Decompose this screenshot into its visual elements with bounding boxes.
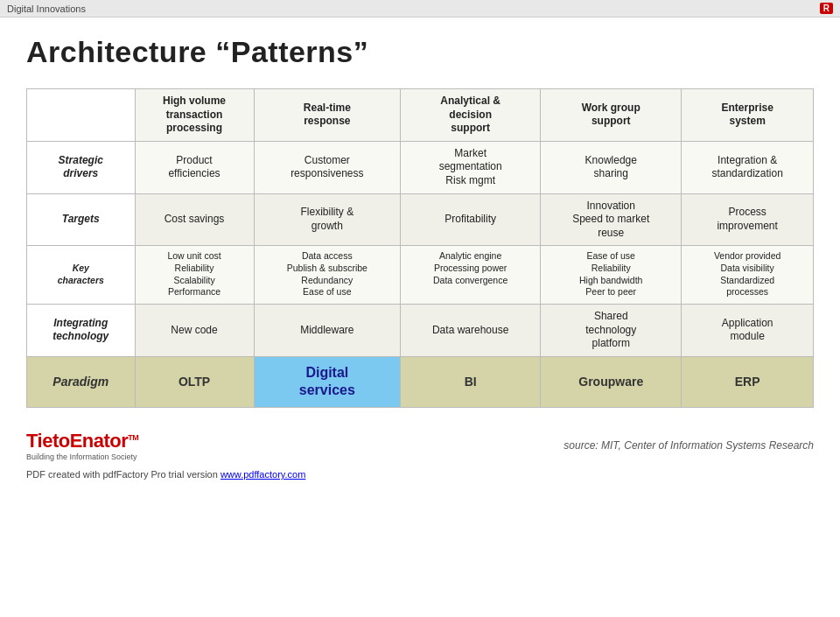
cell-targets-5: Processimprovement [682, 193, 814, 246]
page-title: Architecture “Patterns” [26, 35, 814, 69]
col-header-4: Work groupsupport [541, 89, 682, 142]
cell-paradigm-bi: BI [401, 356, 541, 408]
badge: R [820, 3, 833, 14]
cell-targets-2: Flexibility &growth [254, 193, 401, 246]
cell-key-4: Ease of useReliabilityHigh bandwidthPeer… [541, 246, 682, 305]
brand-label: Digital Innovations [7, 4, 86, 14]
logo-tm: TM [128, 433, 138, 442]
table-row: Strategicdrivers Productefficiencies Cus… [27, 141, 814, 193]
cell-integrating-5: Applicationmodule [682, 304, 814, 356]
cell-targets-4: InnovationSpeed to marketreuse [541, 193, 682, 246]
cell-key-3: Analytic engineProcessing powerData conv… [401, 246, 541, 305]
footer: TietoEnatorTM Building the Information S… [0, 417, 840, 466]
cell-paradigm-groupware: Groupware [541, 356, 682, 408]
logo-main: TietoEnatorTM [26, 430, 138, 452]
cell-strategic-2: Customerresponsiveness [254, 141, 401, 193]
row-label-integrating: Integratingtechnology [27, 304, 136, 356]
logo-sub: Building the Information Society [26, 452, 138, 461]
cell-integrating-3: Data warehouse [401, 304, 541, 356]
row-label-strategic: Strategicdrivers [27, 141, 136, 193]
cell-integrating-2: Middleware [254, 304, 401, 356]
table-row: Keycharacters Low unit costReliabilitySc… [27, 246, 814, 305]
cell-paradigm-erp: ERP [682, 356, 814, 408]
col-header-empty [27, 89, 136, 142]
cell-paradigm-digital: Digitalservices [254, 356, 401, 408]
architecture-table: High volumetransactionprocessing Real-ti… [26, 88, 814, 408]
table-row: Integratingtechnology New code Middlewar… [27, 304, 814, 356]
cell-targets-3: Profitability [401, 193, 541, 246]
table-row: Paradigm OLTP Digitalservices BI Groupwa… [27, 356, 814, 408]
pdf-footer-text: PDF created with pdfFactory Pro trial ve… [26, 469, 220, 480]
col-header-5: Enterprisesystem [682, 89, 814, 142]
col-header-1: High volumetransactionprocessing [135, 89, 254, 142]
cell-strategic-1: Productefficiencies [135, 141, 254, 193]
footer-logo: TietoEnatorTM Building the Information S… [26, 430, 138, 461]
col-header-3: Analytical &decisionsupport [401, 89, 541, 142]
cell-paradigm-oltp: OLTP [135, 356, 254, 408]
cell-key-5: Vendor providedData visibilityStandardiz… [682, 246, 814, 305]
table-row: Targets Cost savings Flexibility &growth… [27, 193, 814, 246]
cell-strategic-4: Knowledgesharing [541, 141, 682, 193]
row-label-paradigm: Paradigm [27, 356, 136, 408]
cell-strategic-3: MarketsegmentationRisk mgmt [401, 141, 541, 193]
footer-source: source: MIT, Center of Information Syste… [564, 439, 814, 452]
cell-strategic-5: Integration &standardization [682, 141, 814, 193]
row-label-targets: Targets [27, 193, 136, 246]
cell-integrating-4: Sharedtechnologyplatform [541, 304, 682, 356]
row-label-key: Keycharacters [27, 246, 136, 305]
pdf-footer: PDF created with pdfFactory Pro trial ve… [0, 466, 840, 485]
cell-key-2: Data accessPublish & subscribeRedundancy… [254, 246, 401, 305]
cell-key-1: Low unit costReliabilityScalabilityPerfo… [135, 246, 254, 305]
cell-targets-1: Cost savings [135, 193, 254, 246]
cell-integrating-1: New code [135, 304, 254, 356]
top-bar: Digital Innovations R [0, 0, 840, 18]
pdffactory-link[interactable]: www.pdffactory.com [220, 469, 305, 480]
col-header-2: Real-timeresponse [254, 89, 401, 142]
